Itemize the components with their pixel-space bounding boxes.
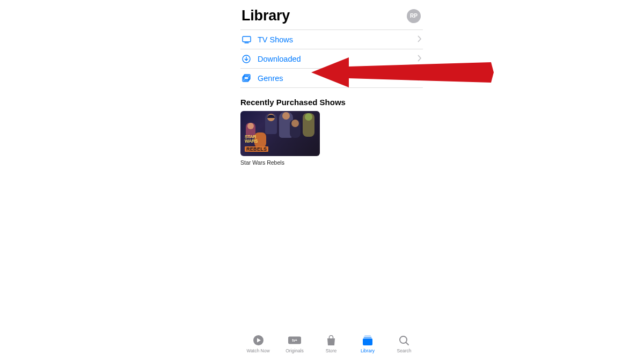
tab-label: Watch Now	[246, 348, 269, 353]
bag-icon	[325, 335, 338, 346]
svg-rect-0	[243, 36, 251, 42]
tab-store[interactable]: Store	[313, 335, 349, 353]
page-title: Library	[241, 8, 290, 24]
avatar[interactable]: RP	[407, 9, 421, 23]
search-icon	[398, 335, 411, 346]
show-thumbnail: STAR WARS REBELS	[240, 111, 320, 156]
svg-line-14	[406, 342, 409, 345]
row-tv-shows[interactable]: TV Shows	[240, 30, 423, 49]
library-screen: Library RP TV Shows Downloaded	[240, 5, 423, 166]
tab-originals[interactable]: tv+ Originals	[276, 335, 313, 353]
svg-text:tv+: tv+	[292, 338, 297, 342]
row-label: TV Shows	[258, 35, 418, 44]
library-icon	[361, 335, 374, 346]
row-label: Downloaded	[258, 55, 418, 63]
apple-tv-icon: tv+	[288, 335, 301, 346]
show-card[interactable]: STAR WARS REBELS Star Wars Rebels	[240, 111, 320, 166]
chevron-right-icon	[418, 54, 422, 64]
chevron-right-icon	[418, 73, 422, 83]
genres-icon	[241, 73, 251, 83]
download-icon	[241, 54, 251, 64]
tab-label: Originals	[286, 348, 304, 353]
section-title-recently-purchased: Recently Purchased Shows	[240, 98, 423, 107]
library-list: TV Shows Downloaded Genres	[240, 29, 423, 88]
play-circle-icon	[252, 335, 265, 346]
library-header: Library RP	[240, 5, 423, 29]
tv-icon	[241, 35, 251, 45]
svg-rect-11	[364, 337, 372, 338]
show-logo: STAR WARS REBELS	[245, 135, 277, 153]
tab-search[interactable]: Search	[386, 335, 422, 353]
show-title: Star Wars Rebels	[240, 159, 320, 166]
chevron-right-icon	[418, 35, 422, 45]
tab-library[interactable]: Library	[349, 335, 386, 353]
row-label: Genres	[258, 74, 418, 83]
svg-rect-10	[363, 338, 372, 345]
row-downloaded[interactable]: Downloaded	[240, 49, 423, 69]
svg-rect-12	[364, 335, 371, 336]
tab-watch-now[interactable]: Watch Now	[240, 335, 276, 353]
tab-bar: Watch Now tv+ Originals Store Library Se…	[240, 329, 422, 357]
row-genres[interactable]: Genres	[240, 69, 423, 88]
tab-label: Library	[361, 348, 375, 353]
tab-label: Search	[397, 348, 412, 353]
tab-label: Store	[326, 348, 336, 353]
